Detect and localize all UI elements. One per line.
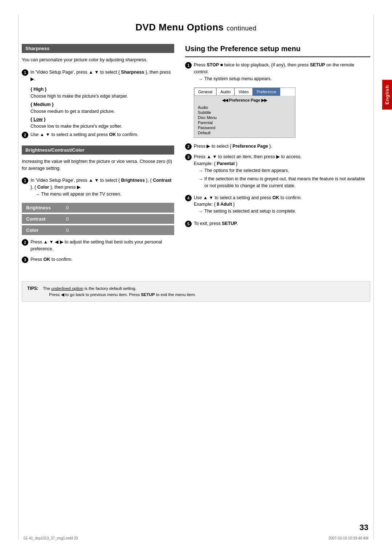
menu-item-parental: Parental — [198, 120, 291, 125]
pref-step-number-4: 4 — [185, 195, 192, 201]
pref-step3: 3 Press ▲ ▼ to select an item, then pres… — [185, 153, 370, 191]
main-content: Sharpness You can personalize your pictu… — [22, 44, 370, 270]
sharpness-step1: 1 In 'Video Setup Page', press ▲ ▼ to se… — [22, 69, 174, 83]
low-option: { Low } Choose low to make the picture's… — [30, 116, 174, 130]
color-bar: Color 0 — [22, 225, 174, 235]
menu-item-audio: Audio — [198, 105, 291, 110]
menu-item-disc-menu: Disc Menu — [198, 115, 291, 120]
menu-item-password: Password — [198, 125, 291, 130]
menu-item-default: Default — [198, 130, 291, 135]
high-option: { High } Choose high to make the picture… — [30, 86, 174, 100]
pref-step4: 4 Use ▲ ▼ to select a setting and press … — [185, 194, 370, 217]
brightness-header: Brightness/Contrast/Color — [22, 145, 174, 155]
contrast-bar: Contrast 0 — [22, 214, 174, 224]
menu-preference-page-title: ◀◀ Preference Page ▶▶ — [198, 98, 291, 103]
sharpness-step2: 2 Use ▲ ▼ to select a setting and press … — [22, 131, 174, 138]
pref-step-number-3: 3 — [185, 154, 192, 160]
pref-step-number-5: 5 — [185, 221, 192, 227]
brightness-step3: 3 Press OK to confirm. — [22, 256, 174, 263]
brightness-bar: Brightness 0 — [22, 203, 174, 213]
brightness-section: Brightness/Contrast/Color Increasing the… — [22, 145, 174, 263]
medium-option: { Medium } Choose medium to get a standa… — [30, 101, 174, 115]
system-setup-appears: → The system setup menu appears. — [198, 75, 370, 83]
step-number-b2: 2 — [22, 239, 28, 246]
tips-section: TIPS: The underlined option is the facto… — [22, 281, 370, 302]
pref-step3-arrow2: → If the selection in the menu is greyed… — [198, 176, 370, 189]
tab-video: Video — [234, 88, 253, 96]
menu-body: ◀◀ Preference Page ▶▶ Audio Subtitle Dis… — [194, 96, 295, 138]
tab-audio: Audio — [216, 88, 234, 96]
setting-bars: Brightness 0 Contrast 0 Color 0 — [22, 203, 174, 235]
page-title: DVD Menu Options continued — [22, 22, 370, 33]
pref-step2: 2 Press ▶ to select { Preference Page }. — [185, 143, 370, 150]
footer-left: 01-41_dvp1013_37_eng1.indd 33 — [24, 536, 78, 540]
left-column: Sharpness You can personalize your pictu… — [22, 44, 174, 270]
right-column: Using the Preference setup menu 1 Press … — [185, 44, 370, 270]
tips-label: TIPS: — [27, 286, 38, 291]
step-number-b1: 1 — [22, 177, 28, 184]
page-title-continued: continued — [226, 25, 257, 32]
page: English DVD Menu Options continued Sharp… — [0, 0, 392, 554]
step-number-2: 2 — [22, 132, 28, 138]
pref-step1: 1 Press STOP ■ twice to stop playback, (… — [185, 62, 370, 84]
brightness-step1: 1 In 'Video Setup Page', press ▲ ▼ to se… — [22, 177, 174, 199]
menu-tabs: General Audio Video Preference — [194, 88, 295, 96]
brightness-arrow: → The menu will appear on the TV screen. — [35, 191, 174, 198]
tab-preference: Preference — [253, 88, 280, 96]
step-number-1: 1 — [22, 69, 28, 76]
preference-title: Using the Preference setup menu — [185, 44, 370, 57]
sharpness-section: Sharpness You can personalize your pictu… — [22, 44, 174, 138]
brightness-intro: Increasing the value will brighten the p… — [22, 158, 174, 172]
tips-line1: The underlined option is the factory def… — [43, 286, 136, 291]
tab-general: General — [194, 88, 216, 96]
step-number-b3: 3 — [22, 257, 28, 263]
menu-screenshot: General Audio Video Preference ◀◀ Prefer… — [194, 87, 295, 138]
footer-right: 2007-03-19 10:39:48 AM — [328, 536, 368, 540]
sharpness-header: Sharpness — [22, 44, 174, 53]
footer: 01-41_dvp1013_37_eng1.indd 33 2007-03-19… — [24, 536, 368, 540]
english-tab: English — [382, 80, 392, 110]
pref-step4-arrow: → The setting is selected and setup is c… — [198, 208, 370, 215]
pref-step3-arrow1: → The options for the selected item appe… — [198, 167, 370, 175]
tips-line2: Press ◀ to go back to previous menu item… — [49, 292, 196, 297]
sharpness-intro: You can personalize your picture color b… — [22, 57, 174, 63]
pref-step5: 5 To exit, press SETUP. — [185, 220, 370, 227]
sharpness-options: { High } Choose high to make the picture… — [30, 86, 174, 130]
pref-step-number-1: 1 — [185, 62, 192, 69]
menu-item-subtitle: Subtitle — [198, 110, 291, 115]
brightness-step2: 2 Press ▲ ▼ ◀ ▶ to adjust the setting th… — [22, 239, 174, 253]
page-number: 33 — [360, 523, 368, 532]
pref-step-number-2: 2 — [185, 143, 192, 150]
